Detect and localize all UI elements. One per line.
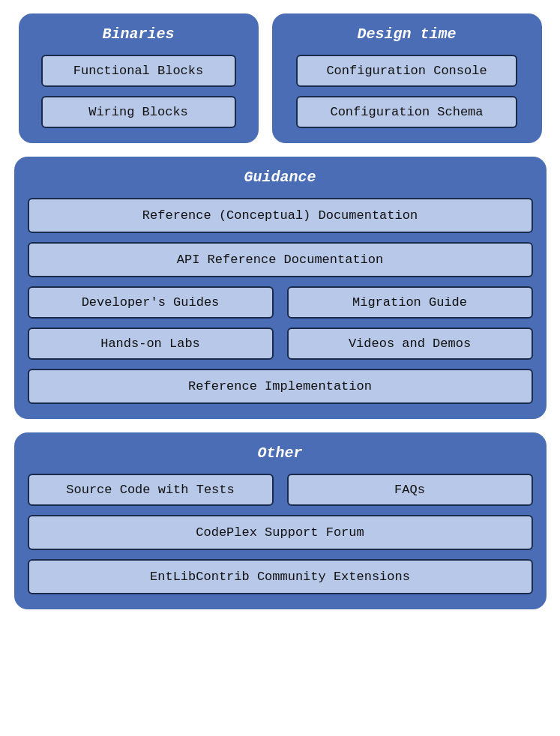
other-row-1: Source Code with Tests FAQs (28, 474, 533, 506)
guidance-row-2: Hands-on Labs Videos and Demos (28, 328, 533, 360)
guidance-title: Guidance (244, 169, 316, 186)
other-panel: Other Source Code with Tests FAQs CodePl… (14, 432, 547, 609)
config-console-item[interactable]: Configuration Console (296, 55, 517, 87)
entlibcontrib-item[interactable]: EntLibContrib Community Extensions (28, 559, 533, 594)
migration-guide-item[interactable]: Migration Guide (287, 286, 533, 319)
hands-on-labs-item[interactable]: Hands-on Labs (28, 328, 274, 360)
binaries-panel: Binaries Functional Blocks Wiring Blocks (19, 13, 259, 143)
dev-guides-item[interactable]: Developer's Guides (28, 286, 274, 319)
functional-blocks-item[interactable]: Functional Blocks (41, 55, 236, 87)
source-code-tests-item[interactable]: Source Code with Tests (28, 474, 274, 506)
design-time-title: Design time (357, 25, 456, 43)
wiring-blocks-item[interactable]: Wiring Blocks (41, 96, 236, 128)
reference-impl-item[interactable]: Reference Implementation (28, 369, 533, 404)
binaries-title: Binaries (102, 25, 174, 43)
config-schema-item[interactable]: Configuration Schema (296, 96, 517, 128)
design-time-panel: Design time Configuration Console Config… (272, 13, 542, 143)
api-reference-item[interactable]: API Reference Documentation (28, 242, 533, 277)
guidance-row-1: Developer's Guides Migration Guide (28, 286, 533, 319)
other-title: Other (257, 444, 302, 462)
ref-conceptual-item[interactable]: Reference (Conceptual) Documentation (28, 198, 533, 233)
codeplex-forum-item[interactable]: CodePlex Support Forum (28, 515, 533, 550)
faqs-item[interactable]: FAQs (287, 474, 533, 506)
videos-demos-item[interactable]: Videos and Demos (287, 328, 533, 360)
guidance-panel: Guidance Reference (Conceptual) Document… (14, 157, 547, 419)
top-row: Binaries Functional Blocks Wiring Blocks… (13, 13, 547, 143)
